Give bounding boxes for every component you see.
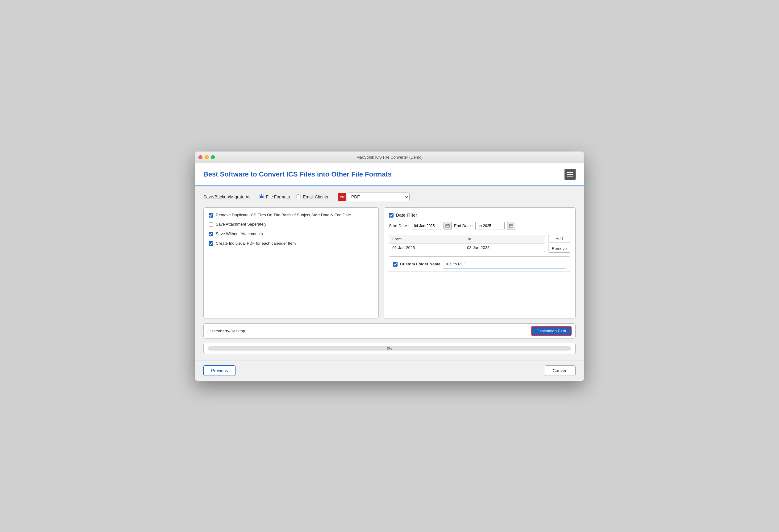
- create-pdf-label: Create Indivisual PDF for each calender …: [216, 241, 296, 246]
- remove-duplicates-label: Remove Duplicate ICS Files On The Basis …: [216, 213, 351, 218]
- format-select[interactable]: PDF CSV HTML ICS VCF DOC DOCX: [348, 192, 410, 201]
- date-table-row: 01-Jan-2025 03-Jan-2025: [389, 243, 545, 252]
- panels-row: Remove Duplicate ICS Files On The Basis …: [203, 208, 576, 318]
- start-date-input[interactable]: [412, 222, 441, 230]
- destination-path-text: /Users/harry/Desktop: [207, 329, 528, 333]
- start-date-label: Start Date :: [389, 223, 409, 228]
- save-attachment-label: Save Attachment Seperately: [216, 222, 266, 227]
- radio-email-clients[interactable]: Email Clients: [296, 194, 328, 199]
- maximize-button[interactable]: [211, 155, 215, 159]
- svg-rect-2: [446, 224, 450, 228]
- close-button[interactable]: [198, 155, 202, 159]
- convert-button[interactable]: Convert: [545, 365, 576, 376]
- radio-file-input[interactable]: [259, 194, 264, 199]
- date-action-buttons: Add Remove: [548, 235, 571, 253]
- progress-row: 0%: [203, 343, 576, 354]
- save-label: Save/Backup/Migrate As.: [203, 194, 251, 199]
- custom-folder-row: Custom Folder Name: [389, 256, 571, 272]
- app-header: Best Software to Convert ICS Files into …: [195, 163, 584, 186]
- date-filter-header: Date Filter: [389, 213, 571, 218]
- destination-row: /Users/harry/Desktop Destination Path: [203, 323, 576, 339]
- menu-button[interactable]: [564, 169, 576, 180]
- end-date-label: End Date :: [454, 223, 473, 228]
- destination-path-btn[interactable]: Destination Path: [531, 326, 572, 336]
- pdf-icon: PDF: [338, 193, 346, 201]
- save-without-label: Save Without Attachments: [216, 231, 263, 237]
- add-date-btn[interactable]: Add: [548, 235, 571, 243]
- app-window: MacSonik ICS File Converter (Demo) Best …: [195, 152, 584, 381]
- radio-email-label: Email Clients: [303, 194, 328, 199]
- custom-folder-label: Custom Folder Name: [400, 262, 440, 266]
- calendar-icon: [445, 224, 450, 228]
- col-to: To: [467, 237, 542, 241]
- svg-rect-6: [509, 224, 513, 228]
- previous-button[interactable]: Previous: [203, 365, 236, 376]
- date-table-section: From To 01-Jan-2025 03-Jan-2025: [389, 235, 545, 256]
- pdf-svg: PDF: [340, 194, 345, 199]
- remove-duplicates-checkbox[interactable]: [208, 213, 213, 218]
- radio-file-formats[interactable]: File Formats: [259, 194, 290, 199]
- menu-icon-line1: [567, 172, 573, 173]
- traffic-lights: [198, 155, 215, 159]
- checkbox-save-without[interactable]: Save Without Attachments: [208, 231, 373, 237]
- date-filter-panel: Date Filter Start Date : End Date: [384, 208, 576, 318]
- save-attachment-checkbox[interactable]: [208, 222, 213, 227]
- app-title: Best Software to Convert ICS Files into …: [203, 170, 392, 178]
- options-panel: Remove Duplicate ICS Files On The Basis …: [203, 208, 379, 318]
- remove-date-btn[interactable]: Remove: [548, 245, 571, 253]
- progress-bar-container: 0%: [208, 346, 571, 351]
- start-calendar-btn[interactable]: [443, 222, 452, 230]
- save-row: Save/Backup/Migrate As. File Formats Ema…: [203, 192, 576, 201]
- custom-folder-input[interactable]: [443, 260, 566, 269]
- end-date-input[interactable]: [475, 222, 504, 230]
- date-range-row: Start Date : End Date :: [389, 222, 571, 230]
- save-without-checkbox[interactable]: [208, 232, 213, 236]
- date-filter-label: Date Filter: [396, 213, 417, 218]
- progress-label: 0%: [387, 347, 392, 350]
- menu-icon-line3: [567, 176, 573, 177]
- date-filter-checkbox[interactable]: [389, 213, 394, 218]
- checkbox-remove-duplicates[interactable]: Remove Duplicate ICS Files On The Basis …: [208, 213, 373, 218]
- window-title: MacSonik ICS File Converter (Demo): [356, 155, 423, 160]
- checkbox-save-attachment[interactable]: Save Attachment Seperately: [208, 222, 373, 227]
- svg-text:PDF: PDF: [341, 196, 345, 198]
- row-to: 03-Jan-2025: [467, 245, 542, 250]
- bottom-bar: Previous Convert: [195, 360, 584, 381]
- main-content: Save/Backup/Migrate As. File Formats Ema…: [195, 186, 584, 360]
- radio-email-input[interactable]: [296, 194, 301, 199]
- custom-folder-checkbox[interactable]: [393, 262, 398, 267]
- date-table: From To 01-Jan-2025 03-Jan-2025: [389, 235, 545, 252]
- radio-file-label: File Formats: [266, 194, 290, 199]
- menu-icon-line2: [567, 174, 573, 175]
- date-table-header: From To: [389, 235, 545, 243]
- end-calendar-btn[interactable]: [507, 222, 515, 230]
- col-from: From: [392, 237, 467, 241]
- create-pdf-checkbox[interactable]: [208, 241, 213, 246]
- format-select-wrapper: PDF PDF CSV HTML ICS VCF DOC DOCX: [338, 192, 410, 201]
- calendar-icon-end: [509, 224, 513, 228]
- title-bar: MacSonik ICS File Converter (Demo): [195, 152, 584, 163]
- minimize-button[interactable]: [204, 155, 208, 159]
- date-content-row: From To 01-Jan-2025 03-Jan-2025 Add Remo…: [389, 235, 571, 256]
- checkbox-create-pdf[interactable]: Create Indivisual PDF for each calender …: [208, 241, 373, 246]
- radio-group: File Formats Email Clients: [259, 194, 328, 199]
- row-from: 01-Jan-2025: [392, 245, 467, 250]
